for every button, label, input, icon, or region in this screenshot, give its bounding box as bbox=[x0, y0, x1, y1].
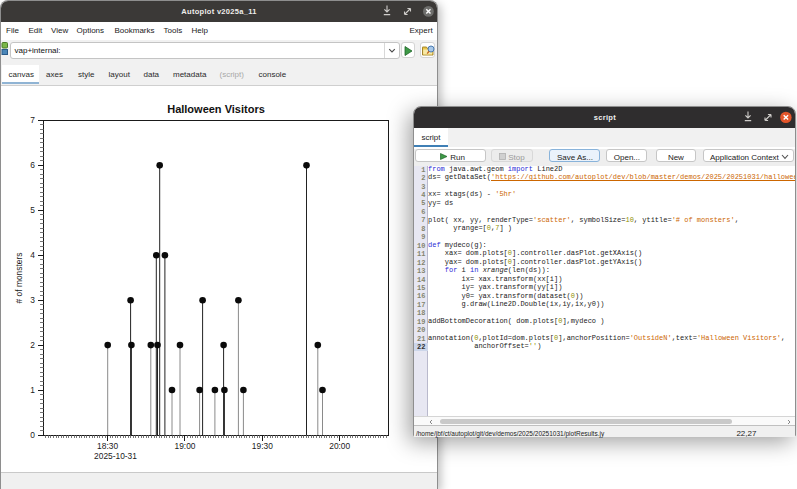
svg-text:20:00: 20:00 bbox=[329, 441, 350, 451]
svg-text:Halloween Visitors: Halloween Visitors bbox=[167, 103, 265, 115]
svg-text:# of monsters: # of monsters bbox=[14, 253, 24, 304]
svg-text:0: 0 bbox=[30, 430, 35, 440]
svg-text:6: 6 bbox=[30, 160, 35, 170]
svg-text:5: 5 bbox=[30, 205, 35, 215]
svg-text:3: 3 bbox=[30, 295, 35, 305]
svg-text:18:30: 18:30 bbox=[97, 441, 118, 451]
svg-text:19:30: 19:30 bbox=[252, 441, 273, 451]
svg-text:2: 2 bbox=[30, 340, 35, 350]
svg-text:7: 7 bbox=[30, 115, 35, 125]
svg-text:19:00: 19:00 bbox=[174, 441, 195, 451]
svg-text:4: 4 bbox=[30, 250, 35, 260]
svg-text:1: 1 bbox=[30, 385, 35, 395]
svg-text:2025-10-31: 2025-10-31 bbox=[94, 451, 137, 461]
